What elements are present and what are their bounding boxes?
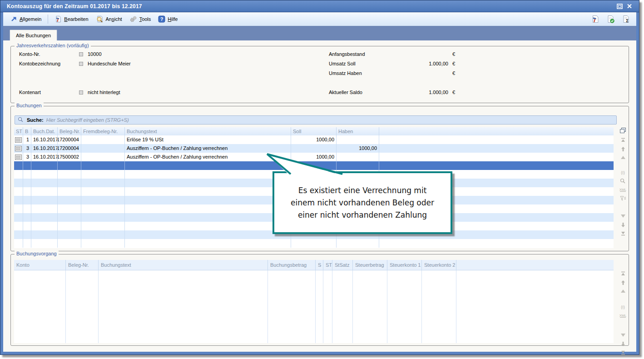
- document-check-button[interactable]: [604, 14, 616, 25]
- menu-item-tools[interactable]: Tools: [126, 14, 155, 24]
- cell-beleg: 17200004: [58, 144, 81, 153]
- cell-text: Erlöse 19 % USt: [125, 135, 291, 144]
- groupbox-jahresverkehrszahlen: Jahresverkehrszahlen (vorläufig) Konto-N…: [10, 46, 629, 103]
- menu-item-allgemein[interactable]: Allgemein: [7, 15, 45, 24]
- column-header-stsatz[interactable]: StSatz: [332, 260, 353, 270]
- cell-fremdbeleg: [81, 196, 125, 204]
- callout-pointer-icon: [262, 150, 357, 178]
- cell-st: [14, 179, 23, 187]
- cell-text: [125, 179, 291, 187]
- arrow-up-icon[interactable]: [620, 146, 626, 152]
- menu-item-hilfe[interactable]: ?Hilfe: [154, 14, 181, 24]
- column-header-steuerkonto-1[interactable]: Steuerkonto 1: [387, 260, 422, 270]
- scroll-top-icon[interactable]: [620, 271, 626, 277]
- st-grid-icon: [15, 146, 22, 151]
- svg-text:Σ: Σ: [625, 19, 628, 23]
- column-header-s[interactable]: S: [316, 260, 323, 270]
- close-button[interactable]: [624, 2, 634, 10]
- maximize-button[interactable]: [614, 2, 624, 10]
- transaction-table-header: KontoBeleg-Nr.BuchungstextBuchungsbetrag…: [14, 260, 614, 270]
- triangle-up-icon[interactable]: [620, 155, 626, 160]
- svg-text:(I): (I): [621, 170, 625, 175]
- brace-i-icon[interactable]: (I): [619, 170, 626, 175]
- callout-warning: Es existiert eine Verrechnung mit einem …: [272, 171, 452, 234]
- filter-icon[interactable]: [620, 195, 626, 201]
- cell-fill: [379, 153, 613, 161]
- column-header-buchungstext[interactable]: Buchungstext: [99, 260, 268, 270]
- st-grid-icon: [15, 155, 22, 160]
- search-input[interactable]: Suche: Hier Suchbegriff eingeben (STRG+S…: [15, 115, 617, 125]
- menu-item-bearbeiten[interactable]: Bearbeiten: [51, 14, 92, 24]
- column-header-buchungsbetrag[interactable]: Buchungsbetrag: [268, 260, 316, 270]
- arrow-up-icon[interactable]: [620, 279, 626, 285]
- scroll-top-icon[interactable]: [620, 137, 626, 143]
- field-anfangsbestand: Anfangsbestand €: [329, 51, 455, 57]
- field-value: 1.000,00: [382, 61, 448, 66]
- cell-date: [31, 230, 58, 239]
- cell-date: 16.10.2017: [31, 144, 58, 153]
- column-header-buch-dat-[interactable]: Buch.Dat.: [31, 127, 58, 135]
- column-separator: [456, 270, 456, 343]
- cell-text: [125, 230, 291, 239]
- column-header-haben[interactable]: Haben: [337, 127, 379, 135]
- cell-date: [31, 213, 58, 222]
- cell-b: 1: [23, 135, 31, 144]
- arrow-down-icon[interactable]: [620, 341, 626, 347]
- magnifier-icon[interactable]: [620, 178, 626, 184]
- scroll-bottom-icon[interactable]: [620, 349, 626, 355]
- arrow-down-icon[interactable]: [620, 222, 626, 228]
- cell-date: [31, 170, 58, 179]
- groupbox-buchungsvorgang: Buchungsvorgang KontoBeleg-Nr.Buchungste…: [10, 254, 629, 346]
- column-header-steuerkonto-2[interactable]: Steuerkonto 2: [422, 260, 456, 270]
- field-value: Hundeschule Meier: [88, 61, 131, 66]
- column-header-st[interactable]: ST: [323, 260, 332, 270]
- column-header-steuerbetrag[interactable]: Steuerbetrag: [353, 260, 387, 270]
- groupbox-title: Buchungsvorgang: [15, 251, 59, 256]
- document-check-icon: [606, 15, 615, 23]
- menu-item-ansicht[interactable]: Ansicht: [92, 14, 126, 24]
- table-row[interactable]: 116.10.201717200004Erlöse 19 % USt1000,0…: [14, 135, 614, 144]
- tab-alle-buchungen[interactable]: Alle Buchungen: [10, 30, 57, 40]
- bookings-side-toolbar: (I)XML: [619, 127, 627, 239]
- cell-b: [23, 161, 31, 170]
- triangle-up-icon[interactable]: [620, 288, 626, 294]
- copy-icon[interactable]: [619, 127, 626, 133]
- table-row[interactable]: [14, 239, 614, 248]
- column-header-soll[interactable]: Soll: [291, 127, 337, 135]
- document-export-button[interactable]: Σ: [620, 14, 632, 25]
- triangle-down-icon[interactable]: [620, 213, 626, 219]
- cell-beleg: [58, 213, 81, 222]
- xml-icon[interactable]: XML: [619, 313, 627, 319]
- cell-text: [125, 187, 291, 196]
- column-header-buchungstext[interactable]: Buchungstext: [125, 127, 291, 135]
- svg-text:XML: XML: [619, 188, 626, 192]
- cell-date: [31, 204, 58, 213]
- document-tool-large-button[interactable]: [589, 14, 601, 25]
- scroll-bottom-icon[interactable]: [620, 230, 626, 236]
- column-header-konto[interactable]: Konto: [14, 260, 66, 270]
- cell-b: [23, 196, 31, 204]
- currency-unit: €: [452, 61, 455, 66]
- xml-icon[interactable]: XML: [619, 187, 627, 193]
- column-header-beleg-nr-[interactable]: Beleg-Nr.: [58, 127, 81, 135]
- field-bullet-icon: [79, 62, 83, 66]
- cell-b: 3: [23, 153, 31, 161]
- column-separator: [387, 270, 387, 343]
- menu-item-label: Hilfe: [168, 16, 178, 22]
- column-separator: [421, 270, 422, 343]
- cell-text: [125, 213, 291, 222]
- search-icon: [18, 117, 24, 123]
- cell-beleg: [58, 161, 81, 170]
- brace-i-icon[interactable]: (I): [619, 304, 626, 310]
- column-header-st[interactable]: ST: [14, 127, 23, 135]
- callout-line: einer nicht vorhandenen Zahlung: [298, 209, 427, 221]
- column-header-b[interactable]: B: [23, 127, 31, 135]
- close-icon: [627, 4, 632, 9]
- column-header-beleg-nr-[interactable]: Beleg-Nr.: [66, 260, 99, 270]
- column-header-fremdbeleg-nr-[interactable]: Fremdbeleg-Nr.: [81, 127, 125, 135]
- cell-beleg: [58, 170, 81, 179]
- titlebar: Kontoauszug für den Zeitraum 01.2017 bis…: [0, 0, 639, 12]
- triangle-down-icon[interactable]: [620, 332, 626, 338]
- cell-fremdbeleg: [81, 170, 125, 179]
- groupbox-title: Buchungen: [15, 103, 44, 108]
